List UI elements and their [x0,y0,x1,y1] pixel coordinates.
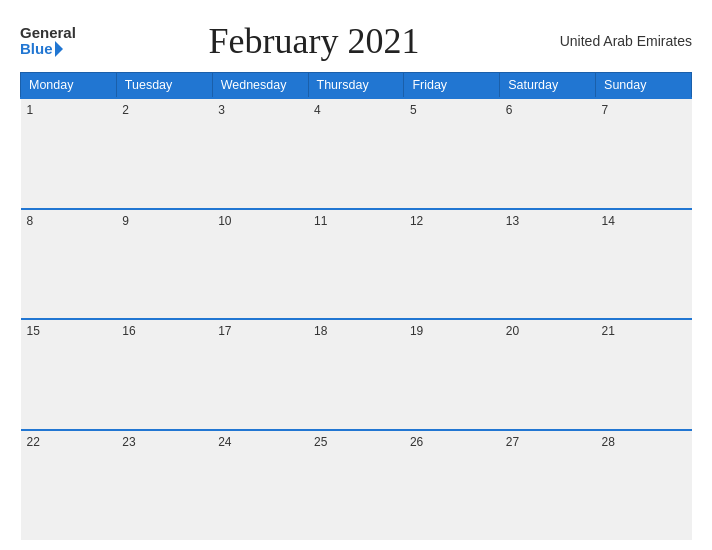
calendar-day-cell: 21 [596,319,692,430]
day-number: 23 [122,435,206,449]
calendar-day-cell: 26 [404,430,500,541]
calendar-table: MondayTuesdayWednesdayThursdayFridaySatu… [20,72,692,540]
calendar-week-row: 891011121314 [21,209,692,320]
calendar-day-cell: 22 [21,430,117,541]
calendar-day-cell: 2 [116,98,212,209]
day-number: 10 [218,214,302,228]
day-number: 8 [27,214,111,228]
calendar-header: General Blue February 2021 United Arab E… [20,20,692,62]
calendar-day-cell: 23 [116,430,212,541]
day-number: 26 [410,435,494,449]
calendar-header-row: MondayTuesdayWednesdayThursdayFridaySatu… [21,73,692,99]
calendar-day-cell: 12 [404,209,500,320]
day-number: 17 [218,324,302,338]
calendar-day-cell: 16 [116,319,212,430]
calendar-week-row: 1234567 [21,98,692,209]
calendar-day-cell: 7 [596,98,692,209]
day-number: 9 [122,214,206,228]
calendar-day-cell: 10 [212,209,308,320]
day-number: 16 [122,324,206,338]
logo-blue-text: Blue [20,41,65,58]
day-number: 28 [602,435,686,449]
calendar-day-cell: 24 [212,430,308,541]
calendar-day-cell: 5 [404,98,500,209]
calendar-day-cell: 9 [116,209,212,320]
calendar-day-cell: 11 [308,209,404,320]
day-number: 14 [602,214,686,228]
calendar-day-cell: 15 [21,319,117,430]
day-number: 24 [218,435,302,449]
day-number: 6 [506,103,590,117]
day-of-week-header: Sunday [596,73,692,99]
day-of-week-header: Tuesday [116,73,212,99]
day-number: 20 [506,324,590,338]
calendar-page: General Blue February 2021 United Arab E… [0,0,712,550]
calendar-day-cell: 1 [21,98,117,209]
day-number: 2 [122,103,206,117]
day-number: 7 [602,103,686,117]
logo-blue-label: Blue [20,41,53,58]
day-number: 3 [218,103,302,117]
calendar-day-cell: 8 [21,209,117,320]
day-number: 18 [314,324,398,338]
day-of-week-header: Thursday [308,73,404,99]
day-of-week-header: Saturday [500,73,596,99]
calendar-day-cell: 18 [308,319,404,430]
day-number: 15 [27,324,111,338]
day-number: 27 [506,435,590,449]
day-number: 22 [27,435,111,449]
day-number: 19 [410,324,494,338]
calendar-day-cell: 6 [500,98,596,209]
day-of-week-header: Friday [404,73,500,99]
day-number: 4 [314,103,398,117]
day-number: 13 [506,214,590,228]
day-of-week-header: Monday [21,73,117,99]
calendar-day-cell: 19 [404,319,500,430]
calendar-day-cell: 14 [596,209,692,320]
day-number: 5 [410,103,494,117]
calendar-day-cell: 3 [212,98,308,209]
logo-general-text: General [20,25,76,42]
calendar-day-cell: 27 [500,430,596,541]
calendar-day-cell: 20 [500,319,596,430]
day-number: 25 [314,435,398,449]
calendar-week-row: 22232425262728 [21,430,692,541]
country-name: United Arab Emirates [552,33,692,49]
calendar-week-row: 15161718192021 [21,319,692,430]
calendar-day-cell: 28 [596,430,692,541]
day-number: 11 [314,214,398,228]
calendar-title: February 2021 [76,20,552,62]
calendar-day-cell: 4 [308,98,404,209]
calendar-day-cell: 25 [308,430,404,541]
day-number: 1 [27,103,111,117]
day-of-week-header: Wednesday [212,73,308,99]
logo-triangle-icon [55,41,63,57]
day-number: 12 [410,214,494,228]
calendar-day-cell: 13 [500,209,596,320]
calendar-day-cell: 17 [212,319,308,430]
day-number: 21 [602,324,686,338]
logo: General Blue [20,25,76,58]
